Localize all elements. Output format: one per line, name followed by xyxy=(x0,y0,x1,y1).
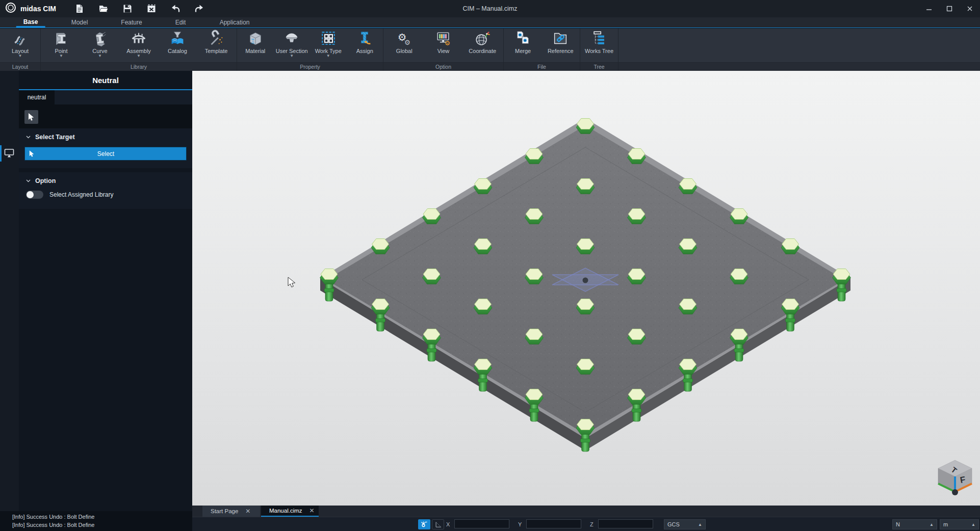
cursor-arrow-icon xyxy=(28,113,35,121)
status-bar: X Y Z GCS▲ N▲ m▲ xyxy=(192,517,980,531)
curve-icon xyxy=(90,30,110,48)
select-target-header[interactable]: Select Target xyxy=(19,128,192,144)
doc-tab-start-page[interactable]: Start Page✕ xyxy=(202,506,260,517)
menu-base[interactable]: Base xyxy=(16,17,45,28)
point-snap-icon xyxy=(420,520,428,528)
caret-up-icon: ▲ xyxy=(971,522,975,527)
message-log: [Info] Success Undo : Bolt Define[Info] … xyxy=(0,511,192,531)
app-logo: midas CIM xyxy=(0,2,61,15)
ribbon-button-assembly[interactable]: Assembly ▼ xyxy=(120,29,157,61)
caret-up-icon: ▲ xyxy=(698,522,702,527)
ribbon-button-reference[interactable]: Reference xyxy=(542,29,579,61)
works-tree-icon xyxy=(589,30,609,48)
ribbon-button-layout[interactable]: Layout ▼ xyxy=(2,29,39,61)
ribbon-button-material[interactable]: Material xyxy=(237,29,274,61)
menu-application[interactable]: Application xyxy=(213,17,257,28)
window-controls xyxy=(919,0,980,17)
navigation-cube[interactable]: S F T xyxy=(923,460,972,506)
cursor-arrow-icon xyxy=(29,150,35,157)
ribbon-group-label: Option xyxy=(383,62,503,71)
menu-bar: BaseModelFeatureEditApplication xyxy=(0,17,980,28)
panel-title: Neutral xyxy=(19,71,192,89)
close-tab-icon[interactable]: ✕ xyxy=(310,507,315,514)
ribbon-button-template[interactable]: Template xyxy=(198,29,235,61)
document-tab-strip: Start Page✕ Manual.cimz✕ xyxy=(192,506,980,517)
ribbon-button-works-tree[interactable]: Works Tree xyxy=(581,29,617,61)
select-assigned-library-toggle[interactable] xyxy=(26,191,43,199)
toggle-row: Select Assigned Library xyxy=(19,188,192,205)
tab-neutral[interactable]: neutral xyxy=(19,90,55,104)
ribbon-group-label: Property xyxy=(237,62,383,71)
close-document-button[interactable] xyxy=(145,3,158,15)
close-tab-icon[interactable]: ✕ xyxy=(245,508,250,515)
ribbon-button-assign[interactable]: Assign xyxy=(347,29,383,61)
ribbon-button-global[interactable]: ⚙⚙ Global xyxy=(386,29,423,61)
ribbon-button-merge[interactable]: Merge xyxy=(505,29,541,61)
ribbon-button-catalog[interactable]: Catalog xyxy=(159,29,196,61)
catalog-icon xyxy=(168,30,187,48)
maximize-button[interactable] xyxy=(939,0,960,17)
ribbon-group-layout: Layout ▼ Layout xyxy=(0,29,41,71)
active-panel-accent xyxy=(0,145,2,162)
work-type-icon xyxy=(319,30,338,48)
open-button[interactable] xyxy=(97,3,110,15)
toggle-label: Select Assigned Library xyxy=(49,191,113,198)
application-window: midas CIM CIM – Manual.cimz BaseModelFea… xyxy=(0,0,980,531)
ribbon-group-label: Layout xyxy=(0,62,40,71)
close-button[interactable] xyxy=(960,0,980,17)
ribbon-button-curve[interactable]: Curve ▼ xyxy=(82,29,118,61)
ribbon-toolbar: Layout ▼ Layout Point ▼ Curve ▼ xyxy=(0,29,980,71)
select-target-section: Select Target Select xyxy=(19,128,192,168)
bolt xyxy=(576,119,595,134)
ribbon-group-label: Library xyxy=(41,62,237,71)
option-header[interactable]: Option xyxy=(19,172,192,188)
dropdown-arrow-icon: ▼ xyxy=(98,55,102,58)
ribbon-button-user-section[interactable]: User Section ▼ xyxy=(274,29,311,61)
z-coord-label: Z xyxy=(590,519,594,529)
neutral-panel: Neutral neutral Select Target Select xyxy=(19,71,192,511)
x-coord-label: X xyxy=(446,519,450,529)
redo-icon xyxy=(194,4,204,14)
chevron-down-icon xyxy=(26,136,31,139)
svg-text:⚙: ⚙ xyxy=(444,40,450,47)
angle-snap-button[interactable] xyxy=(432,519,444,529)
y-coord-input[interactable] xyxy=(526,519,581,528)
select-cursor-button[interactable] xyxy=(24,110,38,124)
model-viewport[interactable]: S F T xyxy=(192,71,980,506)
dropdown-arrow-icon: ▼ xyxy=(59,55,63,58)
svg-text:⚙: ⚙ xyxy=(404,39,410,46)
ribbon-group-library: Point ▼ Curve ▼ Assembly ▼ Catalog xyxy=(41,29,237,71)
ribbon-group-label: File xyxy=(504,62,580,71)
save-button[interactable] xyxy=(121,3,134,15)
status-message: [Info] Success Undo : Bolt Define xyxy=(12,521,192,529)
minimize-button[interactable] xyxy=(919,0,939,17)
ribbon-button-work-type[interactable]: Work Type ▼ xyxy=(310,29,347,61)
menu-model[interactable]: Model xyxy=(64,17,95,28)
model-canvas[interactable]: S F T xyxy=(192,71,980,506)
menu-feature[interactable]: Feature xyxy=(114,17,149,28)
x-coord-input[interactable] xyxy=(454,519,509,528)
chevron-down-icon xyxy=(26,179,31,182)
redo-button[interactable] xyxy=(193,3,205,15)
length-unit-select[interactable]: m▲ xyxy=(940,519,979,529)
ribbon-button-coordinate[interactable]: Coordinate xyxy=(464,29,501,61)
ribbon-button-point[interactable]: Point ▼ xyxy=(43,29,80,61)
caret-up-icon: ▲ xyxy=(930,522,934,527)
layout-icon xyxy=(11,30,30,48)
force-unit-select[interactable]: N▲ xyxy=(892,519,937,529)
undo-button[interactable] xyxy=(169,3,182,15)
y-coord-label: Y xyxy=(518,519,522,529)
menu-edit[interactable]: Edit xyxy=(168,17,193,28)
panel-toolbar xyxy=(19,104,192,128)
doc-tab-manual-cimz[interactable]: Manual.cimz✕ xyxy=(261,506,319,517)
point-snap-button[interactable] xyxy=(418,519,430,529)
neutral-panel-icon[interactable] xyxy=(4,148,14,160)
coordinate-system-select[interactable]: GCS▲ xyxy=(664,519,706,529)
ribbon-group-option: ⚙⚙ Global ⚙ View Coordinate Option xyxy=(383,29,504,71)
ribbon-button-view[interactable]: ⚙ View xyxy=(425,29,462,61)
global-icon: ⚙⚙ xyxy=(395,30,414,48)
assign-icon xyxy=(355,30,374,48)
select-button[interactable]: Select xyxy=(24,147,187,161)
z-coord-input[interactable] xyxy=(598,519,653,528)
new-document-button[interactable] xyxy=(73,3,86,15)
